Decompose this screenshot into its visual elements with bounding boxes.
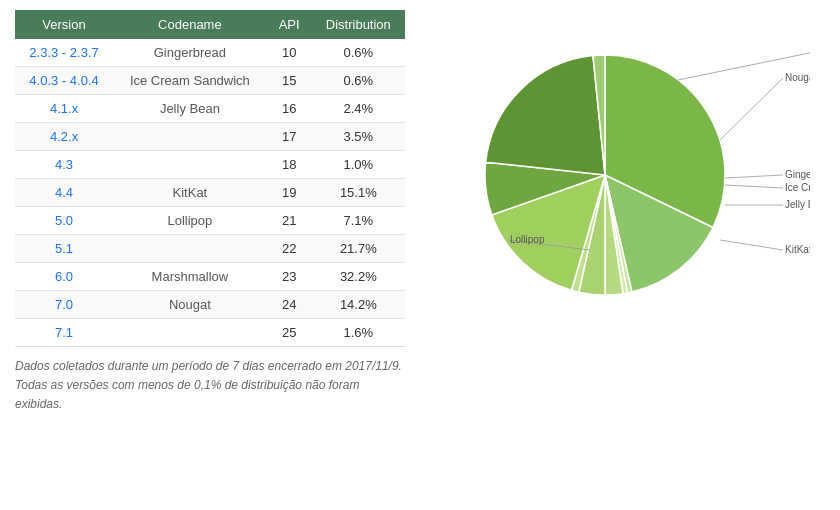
cell-api: 24 [267, 291, 312, 319]
cell-api: 18 [267, 151, 312, 179]
pie-segment [486, 56, 605, 175]
cell-distribution: 1.0% [312, 151, 405, 179]
table-row: 6.0 Marshmallow 23 32.2% [15, 263, 405, 291]
chart-label-text: Ice Cream Sandwich [785, 182, 810, 193]
chart-label-line [720, 78, 783, 140]
chart-section: MarshmallowNougatGingerbreadIce Cream Sa… [415, 10, 825, 330]
chart-label-line [720, 240, 783, 250]
cell-distribution: 2.4% [312, 95, 405, 123]
col-distribution: Distribution [312, 10, 405, 39]
cell-api: 15 [267, 67, 312, 95]
cell-distribution: 3.5% [312, 123, 405, 151]
cell-api: 25 [267, 319, 312, 347]
footer-line2: Todas as versões com menos de 0,1% de di… [15, 376, 405, 414]
table-row: 5.0 Lollipop 21 7.1% [15, 207, 405, 235]
distribution-table: Version Codename API Distribution 2.3.3 … [15, 10, 405, 347]
cell-distribution: 0.6% [312, 39, 405, 67]
table-row: 7.0 Nougat 24 14.2% [15, 291, 405, 319]
cell-version: 6.0 [15, 263, 113, 291]
cell-api: 17 [267, 123, 312, 151]
cell-codename: Nougat [113, 291, 267, 319]
chart-label-text: KitKat [785, 244, 810, 255]
chart-label-line [725, 185, 783, 188]
chart-label-line [725, 175, 783, 178]
table-row: 4.4 KitKat 19 15.1% [15, 179, 405, 207]
cell-distribution: 1.6% [312, 319, 405, 347]
cell-version: 2.3.3 - 2.3.7 [15, 39, 113, 67]
table-row: 5.1 22 21.7% [15, 235, 405, 263]
cell-codename: Lollipop [113, 207, 267, 235]
cell-distribution: 14.2% [312, 291, 405, 319]
cell-api: 22 [267, 235, 312, 263]
cell-codename [113, 319, 267, 347]
chart-label-text: Gingerbread [785, 169, 810, 180]
cell-version: 5.0 [15, 207, 113, 235]
chart-label-text: Lollipop [510, 234, 545, 245]
cell-api: 10 [267, 39, 312, 67]
col-api: API [267, 10, 312, 39]
footer-note: Dados coletados durante um período de 7 … [15, 357, 405, 415]
footer-line1: Dados coletados durante um período de 7 … [15, 357, 405, 376]
cell-codename: Marshmallow [113, 263, 267, 291]
table-row: 4.0.3 - 4.0.4 Ice Cream Sandwich 15 0.6% [15, 67, 405, 95]
pie-chart-container: MarshmallowNougatGingerbreadIce Cream Sa… [430, 20, 810, 330]
cell-codename: KitKat [113, 179, 267, 207]
cell-api: 23 [267, 263, 312, 291]
table-row: 4.3 18 1.0% [15, 151, 405, 179]
table-row: 4.2.x 17 3.5% [15, 123, 405, 151]
cell-version: 4.0.3 - 4.0.4 [15, 67, 113, 95]
cell-codename: Gingerbread [113, 39, 267, 67]
table-row: 2.3.3 - 2.3.7 Gingerbread 10 0.6% [15, 39, 405, 67]
cell-version: 5.1 [15, 235, 113, 263]
cell-version: 4.4 [15, 179, 113, 207]
cell-codename [113, 151, 267, 179]
cell-version: 4.2.x [15, 123, 113, 151]
cell-codename [113, 123, 267, 151]
cell-version: 7.1 [15, 319, 113, 347]
table-section: Version Codename API Distribution 2.3.3 … [15, 10, 405, 415]
cell-codename [113, 235, 267, 263]
cell-distribution: 32.2% [312, 263, 405, 291]
col-version: Version [15, 10, 113, 39]
pie-chart: MarshmallowNougatGingerbreadIce Cream Sa… [430, 20, 810, 330]
cell-distribution: 7.1% [312, 207, 405, 235]
table-row: 4.1.x Jelly Bean 16 2.4% [15, 95, 405, 123]
chart-label-text: Nougat [785, 72, 810, 83]
cell-distribution: 21.7% [312, 235, 405, 263]
main-container: Version Codename API Distribution 2.3.3 … [15, 10, 825, 415]
cell-distribution: 0.6% [312, 67, 405, 95]
cell-codename: Ice Cream Sandwich [113, 67, 267, 95]
cell-version: 7.0 [15, 291, 113, 319]
cell-distribution: 15.1% [312, 179, 405, 207]
cell-api: 21 [267, 207, 312, 235]
cell-version: 4.1.x [15, 95, 113, 123]
cell-api: 16 [267, 95, 312, 123]
col-codename: Codename [113, 10, 267, 39]
cell-api: 19 [267, 179, 312, 207]
cell-codename: Jelly Bean [113, 95, 267, 123]
cell-version: 4.3 [15, 151, 113, 179]
chart-label-text: Jelly Bean [785, 199, 810, 210]
table-row: 7.1 25 1.6% [15, 319, 405, 347]
